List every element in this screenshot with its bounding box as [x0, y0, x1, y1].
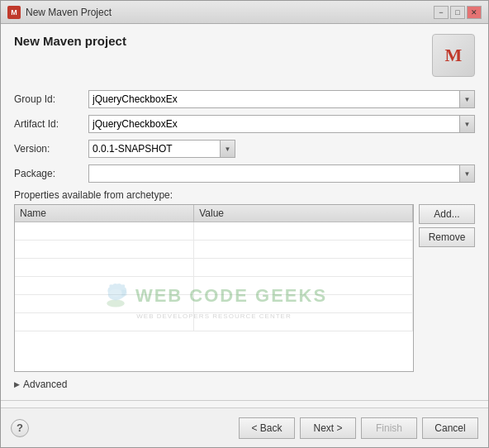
artifact-id-input[interactable]: [88, 115, 460, 133]
artifact-id-label: Artifact Id:: [14, 118, 88, 130]
table-row: [15, 277, 413, 295]
package-combo: ▼: [88, 164, 475, 183]
properties-label: Properties available from archetype:: [14, 189, 475, 201]
title-buttons: − □ ✕: [434, 6, 482, 19]
package-dropdown-arrow[interactable]: ▼: [460, 164, 475, 183]
maven-logo: M: [432, 34, 475, 77]
package-row: Package: ▼: [14, 164, 475, 183]
version-dropdown-arrow[interactable]: ▼: [221, 140, 235, 158]
cancel-button[interactable]: Cancel: [422, 417, 478, 439]
title-bar-left: M New Maven Project: [7, 6, 112, 19]
title-bar: M New Maven Project − □ ✕: [1, 1, 488, 24]
finish-button[interactable]: Finish: [361, 417, 417, 439]
artifact-id-row: Artifact Id: ▼: [14, 115, 475, 133]
version-input[interactable]: [88, 140, 221, 158]
artifact-id-combo: ▼: [88, 115, 475, 133]
main-window: M New Maven Project − □ ✕ New Maven proj…: [0, 0, 489, 448]
version-label: Version:: [14, 143, 88, 155]
window-icon: M: [7, 6, 21, 19]
back-button[interactable]: < Back: [239, 417, 295, 439]
maximize-button[interactable]: □: [450, 6, 465, 19]
footer-separator: [1, 400, 488, 401]
add-button[interactable]: Add...: [419, 204, 475, 224]
version-row: Version: ▼: [14, 140, 475, 158]
advanced-arrow-icon: ▶: [14, 380, 20, 388]
help-button[interactable]: ?: [11, 419, 29, 437]
advanced-section[interactable]: ▶ Advanced: [14, 379, 475, 390]
table-row: [15, 259, 413, 277]
footer-left: ?: [11, 419, 29, 437]
group-id-label: Group Id:: [14, 93, 88, 105]
footer-buttons: < Back Next > Finish Cancel: [239, 417, 478, 439]
advanced-label: Advanced: [23, 379, 67, 390]
group-id-row: Group Id: ▼: [14, 90, 475, 108]
group-id-input[interactable]: [88, 90, 460, 108]
col-name-header: Name: [15, 205, 194, 222]
next-button[interactable]: Next >: [300, 417, 356, 439]
properties-buttons: Add... Remove: [419, 204, 475, 372]
group-id-combo: ▼: [88, 90, 475, 108]
properties-table: Name Value: [15, 205, 413, 331]
properties-area: Name Value: [14, 204, 475, 372]
table-row: [15, 222, 413, 241]
package-input[interactable]: [88, 164, 460, 183]
col-value-header: Value: [194, 205, 413, 222]
table-row: [15, 313, 413, 331]
table-row: [15, 295, 413, 313]
page-title: New Maven project: [14, 34, 126, 48]
artifact-id-dropdown-arrow[interactable]: ▼: [460, 115, 475, 133]
package-label: Package:: [14, 168, 88, 179]
remove-button[interactable]: Remove: [419, 227, 475, 247]
close-button[interactable]: ✕: [467, 6, 482, 19]
window-title: New Maven Project: [26, 7, 112, 18]
properties-table-container: Name Value: [14, 204, 414, 372]
content-area: New Maven project M Group Id: ▼ Artifact…: [1, 24, 488, 400]
group-id-dropdown-arrow[interactable]: ▼: [460, 90, 475, 108]
page-header: New Maven project M: [14, 34, 475, 77]
version-select-wrapper: ▼: [88, 140, 235, 158]
footer: ? < Back Next > Finish Cancel: [1, 407, 488, 447]
minimize-button[interactable]: −: [434, 6, 449, 19]
table-row: [15, 241, 413, 259]
